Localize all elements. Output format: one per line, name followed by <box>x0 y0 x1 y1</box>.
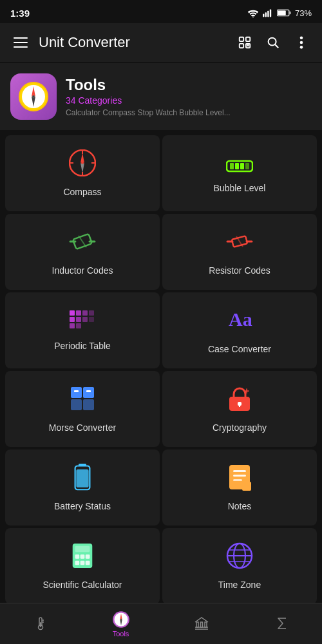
compass-label: Compass <box>63 187 101 197</box>
grid-item-cryptography[interactable]: + Cryptography <box>162 371 317 447</box>
svg-text:Aa: Aa <box>229 308 252 330</box>
svg-line-42 <box>79 236 86 247</box>
svg-rect-6 <box>290 12 291 15</box>
svg-rect-54 <box>89 317 94 322</box>
svg-rect-84 <box>86 561 90 565</box>
header-description: Calculator Compass Stop Watch Bubble Lev… <box>66 108 231 117</box>
bubble-level-label: Bubble Level <box>214 183 266 193</box>
svg-point-20 <box>300 46 303 49</box>
scientific-calculator-icon <box>71 542 94 573</box>
grid-star-button[interactable] <box>232 30 258 55</box>
svg-rect-62 <box>74 390 79 392</box>
header-icon <box>10 73 57 120</box>
nav-item-thermometer[interactable] <box>0 616 80 632</box>
svg-rect-56 <box>76 323 81 328</box>
bubble-level-icon <box>226 153 253 176</box>
svg-rect-13 <box>240 44 243 48</box>
grid-item-case-converter[interactable]: Aa Case Converter <box>162 292 317 368</box>
grid-item-morse-converter[interactable]: Morse Converter <box>5 371 160 447</box>
svg-rect-35 <box>230 163 234 169</box>
svg-point-18 <box>300 36 303 39</box>
svg-point-25 <box>32 95 35 98</box>
svg-rect-72 <box>233 470 246 472</box>
periodic-table-label: Periodic Table <box>54 341 111 351</box>
svg-rect-48 <box>76 310 81 316</box>
battery-status-icon <box>73 464 92 495</box>
grid-item-scientific-calculator[interactable]: Scientific Calculator <box>5 528 160 604</box>
compass-icon <box>69 149 96 180</box>
battery-status-label: Battery Status <box>54 501 111 511</box>
svg-rect-11 <box>240 37 243 41</box>
notes-icon <box>228 464 251 495</box>
svg-rect-36 <box>235 163 239 169</box>
svg-rect-9 <box>14 42 28 43</box>
periodic-table-icon <box>69 310 96 334</box>
svg-rect-59 <box>83 387 94 398</box>
grid-item-inductor-codes[interactable]: Inductor Codes <box>5 214 160 290</box>
case-converter-label: Case Converter <box>208 344 271 354</box>
app-bar-actions <box>232 30 314 55</box>
svg-rect-3 <box>267 11 269 17</box>
svg-rect-58 <box>71 387 82 398</box>
svg-rect-102 <box>205 622 207 627</box>
app-bar-title: Unit Converter <box>33 34 232 51</box>
svg-text:+: + <box>244 386 249 396</box>
cryptography-label: Cryptography <box>213 422 267 433</box>
search-button[interactable] <box>260 30 286 55</box>
svg-rect-55 <box>70 323 75 328</box>
svg-rect-81 <box>86 554 90 559</box>
resistor-codes-icon <box>226 228 253 259</box>
resistor-codes-label: Resistor Codes <box>209 265 270 276</box>
svg-rect-2 <box>265 12 267 17</box>
nav-item-library[interactable] <box>161 616 242 632</box>
bottom-nav: Tools <box>0 603 322 644</box>
svg-rect-51 <box>70 317 75 322</box>
svg-rect-70 <box>76 469 88 488</box>
tools-compass-icon <box>112 611 130 629</box>
scientific-calculator-label: Scientific Calculator <box>43 580 122 590</box>
svg-rect-4 <box>270 9 271 17</box>
inductor-codes-icon <box>69 228 96 259</box>
svg-rect-94 <box>40 622 41 627</box>
svg-rect-83 <box>80 561 85 565</box>
svg-rect-82 <box>75 561 80 565</box>
grid-item-time-zone[interactable]: Time Zone <box>162 528 317 604</box>
battery-level: 73% <box>295 8 312 18</box>
svg-rect-100 <box>196 622 198 627</box>
svg-marker-28 <box>80 153 84 163</box>
status-icons: 73% <box>247 8 312 18</box>
header-subtitle: 34 Categories <box>66 95 231 106</box>
svg-rect-12 <box>246 37 250 41</box>
nav-label-tools: Tools <box>113 630 129 638</box>
sigma-icon <box>274 616 290 631</box>
thermometer-icon <box>33 616 48 631</box>
svg-rect-7 <box>278 10 286 15</box>
nav-item-sigma[interactable] <box>242 616 322 632</box>
svg-rect-8 <box>14 37 28 39</box>
grid-item-resistor-codes[interactable]: Resistor Codes <box>162 214 317 290</box>
svg-rect-50 <box>89 310 94 316</box>
grid-item-periodic-table[interactable]: Periodic Table <box>5 292 160 368</box>
svg-point-19 <box>300 41 303 44</box>
more-button[interactable] <box>289 30 314 55</box>
header-title: Tools <box>66 76 231 94</box>
app-bar: Unit Converter <box>0 23 322 62</box>
svg-rect-49 <box>82 310 88 316</box>
svg-rect-80 <box>80 554 85 559</box>
menu-button[interactable] <box>8 30 33 55</box>
grid-item-compass[interactable]: Compass <box>5 135 160 211</box>
status-time: 1:39 <box>10 8 30 19</box>
header-text: Tools 34 Categories Calculator Compass S… <box>66 76 231 117</box>
grid-item-bubble-level[interactable]: Bubble Level <box>162 135 317 211</box>
nav-item-tools[interactable]: Tools <box>80 611 161 638</box>
svg-rect-60 <box>71 399 82 410</box>
grid-item-notes[interactable]: Notes <box>162 450 317 526</box>
tools-grid: Compass Bubble Level Inductor Codes Resi… <box>0 133 322 607</box>
svg-rect-74 <box>233 479 242 481</box>
inductor-codes-label: Inductor Codes <box>52 265 113 276</box>
grid-item-battery-status[interactable]: Battery Status <box>5 450 160 526</box>
svg-rect-78 <box>75 546 90 553</box>
wifi-icon <box>247 8 259 17</box>
svg-marker-29 <box>80 163 84 173</box>
status-bar: 1:39 73% <box>0 0 322 23</box>
